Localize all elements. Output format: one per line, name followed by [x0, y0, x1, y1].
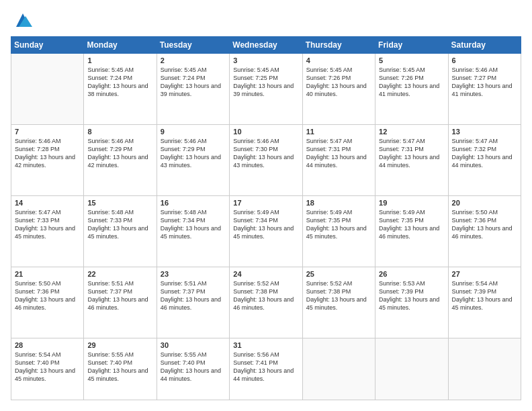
date-number: 1 [87, 56, 152, 64]
calendar-cell: 24Sunrise: 5:52 AMSunset: 7:38 PMDayligh… [230, 267, 302, 338]
date-number: 8 [87, 128, 152, 136]
calendar-cell: 1Sunrise: 5:45 AMSunset: 7:24 PMDaylight… [84, 54, 157, 125]
calendar-cell: 18Sunrise: 5:49 AMSunset: 7:35 PMDayligh… [302, 195, 375, 267]
cell-info: Sunrise: 5:49 AMSunset: 7:35 PMDaylight:… [379, 208, 444, 241]
cell-info: Sunrise: 5:45 AMSunset: 7:24 PMDaylight:… [161, 66, 226, 99]
calendar-cell: 25Sunrise: 5:52 AMSunset: 7:38 PMDayligh… [302, 267, 375, 338]
cell-info: Sunrise: 5:46 AMSunset: 7:29 PMDaylight:… [87, 137, 152, 170]
calendar-cell: 14Sunrise: 5:47 AMSunset: 7:33 PMDayligh… [11, 195, 84, 267]
cell-info: Sunrise: 5:46 AMSunset: 7:28 PMDaylight:… [15, 137, 80, 170]
weekday-header-sunday: Sunday [11, 37, 84, 54]
date-number: 13 [452, 128, 517, 136]
calendar-cell: 30Sunrise: 5:55 AMSunset: 7:40 PMDayligh… [157, 338, 229, 400]
cell-info: Sunrise: 5:45 AMSunset: 7:24 PMDaylight:… [87, 66, 152, 99]
date-number: 19 [379, 199, 444, 207]
date-number: 3 [233, 56, 298, 64]
calendar-cell: 16Sunrise: 5:48 AMSunset: 7:34 PMDayligh… [157, 195, 229, 267]
cell-info: Sunrise: 5:48 AMSunset: 7:34 PMDaylight:… [161, 208, 226, 241]
cell-info: Sunrise: 5:45 AMSunset: 7:25 PMDaylight:… [233, 66, 298, 99]
calendar-cell: 2Sunrise: 5:45 AMSunset: 7:24 PMDaylight… [157, 54, 229, 125]
calendar-cell: 21Sunrise: 5:50 AMSunset: 7:36 PMDayligh… [11, 267, 84, 338]
date-number: 5 [379, 56, 444, 64]
cell-info: Sunrise: 5:52 AMSunset: 7:38 PMDaylight:… [233, 279, 298, 312]
cell-info: Sunrise: 5:46 AMSunset: 7:30 PMDaylight:… [233, 137, 298, 170]
date-number: 4 [306, 56, 371, 64]
calendar-week-row: 1Sunrise: 5:45 AMSunset: 7:24 PMDaylight… [11, 54, 521, 125]
date-number: 27 [452, 270, 517, 278]
calendar-cell: 27Sunrise: 5:54 AMSunset: 7:39 PMDayligh… [448, 267, 521, 338]
cell-info: Sunrise: 5:49 AMSunset: 7:34 PMDaylight:… [233, 208, 298, 241]
date-number: 25 [306, 270, 371, 278]
cell-info: Sunrise: 5:47 AMSunset: 7:32 PMDaylight:… [452, 137, 517, 170]
weekday-header-wednesday: Wednesday [230, 37, 302, 54]
calendar-cell: 23Sunrise: 5:51 AMSunset: 7:37 PMDayligh… [157, 267, 229, 338]
calendar-week-row: 7Sunrise: 5:46 AMSunset: 7:28 PMDaylight… [11, 124, 521, 195]
cell-info: Sunrise: 5:47 AMSunset: 7:33 PMDaylight:… [15, 208, 80, 241]
calendar-cell: 26Sunrise: 5:53 AMSunset: 7:39 PMDayligh… [375, 267, 448, 338]
cell-info: Sunrise: 5:50 AMSunset: 7:36 PMDaylight:… [15, 279, 80, 312]
date-number: 11 [306, 128, 371, 136]
calendar-cell [302, 338, 375, 400]
header [11, 11, 521, 30]
cell-info: Sunrise: 5:51 AMSunset: 7:37 PMDaylight:… [87, 279, 152, 312]
cell-info: Sunrise: 5:48 AMSunset: 7:33 PMDaylight:… [87, 208, 152, 241]
cell-info: Sunrise: 5:51 AMSunset: 7:37 PMDaylight:… [161, 279, 226, 312]
cell-info: Sunrise: 5:46 AMSunset: 7:29 PMDaylight:… [161, 137, 226, 170]
weekday-header-saturday: Saturday [448, 37, 521, 54]
date-number: 7 [15, 128, 80, 136]
date-number: 29 [87, 341, 152, 349]
calendar-week-row: 14Sunrise: 5:47 AMSunset: 7:33 PMDayligh… [11, 195, 521, 267]
calendar-week-row: 21Sunrise: 5:50 AMSunset: 7:36 PMDayligh… [11, 267, 521, 338]
weekday-header-friday: Friday [375, 37, 448, 54]
cell-info: Sunrise: 5:50 AMSunset: 7:36 PMDaylight:… [452, 208, 517, 241]
date-number: 24 [233, 270, 298, 278]
cell-info: Sunrise: 5:46 AMSunset: 7:27 PMDaylight:… [452, 66, 517, 99]
calendar-cell: 28Sunrise: 5:54 AMSunset: 7:40 PMDayligh… [11, 338, 84, 400]
date-number: 16 [161, 199, 226, 207]
page: SundayMondayTuesdayWednesdayThursdayFrid… [0, 0, 532, 411]
date-number: 26 [379, 270, 444, 278]
date-number: 18 [306, 199, 371, 207]
calendar-cell: 10Sunrise: 5:46 AMSunset: 7:30 PMDayligh… [230, 124, 302, 195]
date-number: 30 [161, 341, 226, 349]
cell-info: Sunrise: 5:55 AMSunset: 7:40 PMDaylight:… [87, 351, 152, 383]
calendar-cell [448, 338, 521, 400]
calendar-cell: 29Sunrise: 5:55 AMSunset: 7:40 PMDayligh… [84, 338, 157, 400]
weekday-header-row: SundayMondayTuesdayWednesdayThursdayFrid… [11, 37, 521, 54]
calendar-cell: 31Sunrise: 5:56 AMSunset: 7:41 PMDayligh… [230, 338, 302, 400]
date-number: 14 [15, 199, 80, 207]
weekday-header-monday: Monday [84, 37, 157, 54]
calendar-cell: 5Sunrise: 5:45 AMSunset: 7:26 PMDaylight… [375, 54, 448, 125]
cell-info: Sunrise: 5:52 AMSunset: 7:38 PMDaylight:… [306, 279, 371, 312]
calendar-table: SundayMondayTuesdayWednesdayThursdayFrid… [11, 36, 521, 400]
calendar-cell: 3Sunrise: 5:45 AMSunset: 7:25 PMDaylight… [230, 54, 302, 125]
calendar-cell [375, 338, 448, 400]
cell-info: Sunrise: 5:47 AMSunset: 7:31 PMDaylight:… [306, 137, 371, 170]
cell-info: Sunrise: 5:49 AMSunset: 7:35 PMDaylight:… [306, 208, 371, 241]
date-number: 6 [452, 56, 517, 64]
calendar-cell: 12Sunrise: 5:47 AMSunset: 7:31 PMDayligh… [375, 124, 448, 195]
cell-info: Sunrise: 5:45 AMSunset: 7:26 PMDaylight:… [379, 66, 444, 99]
date-number: 31 [233, 341, 298, 349]
calendar-cell: 20Sunrise: 5:50 AMSunset: 7:36 PMDayligh… [448, 195, 521, 267]
calendar-cell: 22Sunrise: 5:51 AMSunset: 7:37 PMDayligh… [84, 267, 157, 338]
calendar-cell: 19Sunrise: 5:49 AMSunset: 7:35 PMDayligh… [375, 195, 448, 267]
cell-info: Sunrise: 5:56 AMSunset: 7:41 PMDaylight:… [233, 351, 298, 383]
calendar-week-row: 28Sunrise: 5:54 AMSunset: 7:40 PMDayligh… [11, 338, 521, 400]
date-number: 10 [233, 128, 298, 136]
calendar-cell: 8Sunrise: 5:46 AMSunset: 7:29 PMDaylight… [84, 124, 157, 195]
date-number: 21 [15, 270, 80, 278]
calendar-cell: 17Sunrise: 5:49 AMSunset: 7:34 PMDayligh… [230, 195, 302, 267]
weekday-header-thursday: Thursday [302, 37, 375, 54]
date-number: 28 [15, 341, 80, 349]
date-number: 20 [452, 199, 517, 207]
calendar-cell: 13Sunrise: 5:47 AMSunset: 7:32 PMDayligh… [448, 124, 521, 195]
calendar-cell [11, 54, 84, 125]
cell-info: Sunrise: 5:45 AMSunset: 7:26 PMDaylight:… [306, 66, 371, 99]
calendar-cell: 4Sunrise: 5:45 AMSunset: 7:26 PMDaylight… [302, 54, 375, 125]
cell-info: Sunrise: 5:54 AMSunset: 7:40 PMDaylight:… [15, 351, 80, 383]
date-number: 23 [161, 270, 226, 278]
cell-info: Sunrise: 5:47 AMSunset: 7:31 PMDaylight:… [379, 137, 444, 170]
weekday-header-tuesday: Tuesday [157, 37, 229, 54]
calendar-cell: 6Sunrise: 5:46 AMSunset: 7:27 PMDaylight… [448, 54, 521, 125]
